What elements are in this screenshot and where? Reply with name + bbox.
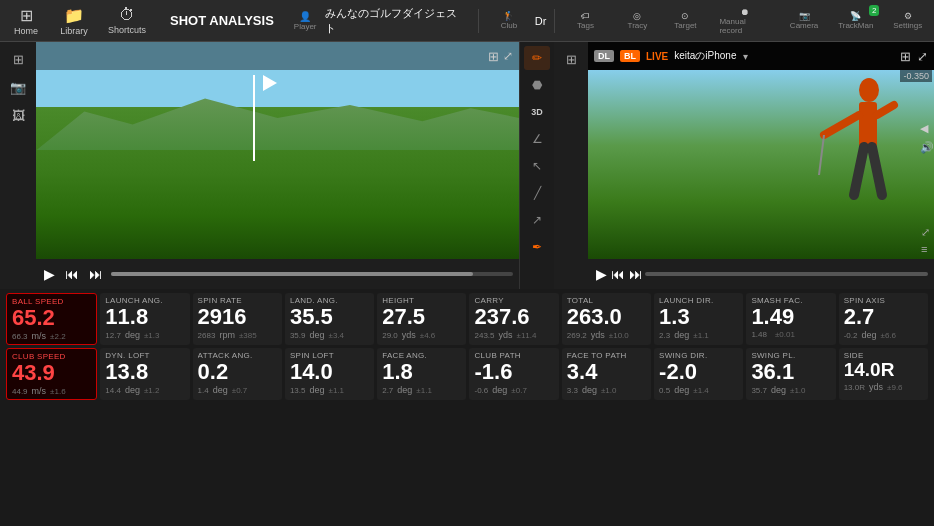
stat-swing-pl: SWING PL. 36.1 35.7 deg ±1.0 bbox=[746, 348, 835, 400]
cursor-btn[interactable]: ↖ bbox=[524, 154, 550, 178]
right-video-area: DL BL LIVE keitaのiPhone ▾ ⊞ ⤢ bbox=[588, 42, 934, 259]
settings-icon: ⚙ bbox=[904, 11, 912, 21]
flag bbox=[263, 75, 277, 91]
right-prev-btn[interactable]: ⏮ bbox=[609, 266, 627, 282]
nav-library[interactable]: 📁 Library bbox=[52, 2, 96, 40]
expand-btn[interactable]: ⤢ bbox=[503, 49, 513, 63]
bl-badge: BL bbox=[620, 50, 640, 62]
stat-club-path: CLUB PATH -1.6 -0.6 deg ±0.7 bbox=[469, 348, 558, 400]
stat-height: HEIGHT 27.5 29.0 yds ±4.6 bbox=[377, 293, 466, 345]
svg-rect-1 bbox=[859, 102, 877, 147]
nav-camera[interactable]: 📷 Camera bbox=[782, 2, 826, 40]
live-header: DL BL LIVE keitaのiPhone ▾ ⊞ ⤢ bbox=[588, 42, 934, 70]
stat-swing-dir: SWING DIR. -2.0 0.5 deg ±1.4 bbox=[654, 348, 743, 400]
live-badge: LIVE bbox=[646, 51, 668, 62]
stats-row-1: BALL SPEED 65.2 66.3 m/s ±2.2 LAUNCH ANG… bbox=[6, 293, 928, 345]
arrow-btn[interactable]: ↗ bbox=[524, 208, 550, 232]
right-grid-btn[interactable]: ⊞ bbox=[557, 46, 585, 72]
player-name: みんなのゴルフダイジェスト bbox=[321, 6, 470, 36]
svg-line-5 bbox=[872, 147, 882, 195]
time-offset: -0.350 bbox=[900, 70, 932, 82]
right-next-btn[interactable]: ⏭ bbox=[627, 266, 645, 282]
draw-btn[interactable]: ✏ bbox=[524, 46, 550, 70]
stats-row-2: CLUB SPEED 43.9 44.9 m/s ±1.6 DYN. LOFT … bbox=[6, 348, 928, 400]
player-icon: 👤 bbox=[299, 11, 311, 22]
right-side-controls: ◀ 🔊 bbox=[920, 122, 934, 154]
grid-btn[interactable]: ⊞ bbox=[4, 46, 32, 72]
progress-fill bbox=[111, 272, 473, 276]
nav-shortcuts[interactable]: ⏱ Shortcuts bbox=[100, 2, 154, 40]
center-toolbar: ✏ ⬣ 3D ∠ ↖ ╱ ↗ ✒ bbox=[520, 42, 554, 289]
settings-right-btn[interactable]: ≡ bbox=[921, 243, 930, 255]
prev-frame-button[interactable]: ⏮ bbox=[63, 266, 81, 282]
club-icon: 🏌 bbox=[503, 11, 514, 21]
nav-settings[interactable]: ⚙ Settings bbox=[885, 2, 930, 40]
nav-library-label: Library bbox=[60, 26, 88, 36]
stat-face-ang: FACE ANG. 1.8 2.7 deg ±1.1 bbox=[377, 348, 466, 400]
nav-target[interactable]: ⊙ Target bbox=[663, 2, 707, 40]
right-play-btn[interactable]: ▶ bbox=[594, 266, 609, 282]
device-name: keitaのiPhone bbox=[674, 49, 736, 63]
camera-icon: 📷 bbox=[799, 11, 810, 21]
stat-club-speed: CLUB SPEED 43.9 44.9 m/s ±1.6 bbox=[6, 348, 97, 400]
stat-launch-dir: LAUNCH DIR. 1.3 2.3 deg ±1.1 bbox=[654, 293, 743, 345]
play-button[interactable]: ▶ bbox=[42, 266, 57, 282]
stat-ball-speed-value: 65.2 bbox=[12, 306, 91, 330]
dr-label: Dr bbox=[535, 15, 547, 27]
stat-carry: CARRY 237.6 243.5 yds ±11.4 bbox=[469, 293, 558, 345]
tracy-icon: ◎ bbox=[633, 11, 641, 21]
left-video-panel: ⊞ 📷 🖼 ⊞ ⤢ ▶ ⏮ ⏭ bbox=[0, 42, 520, 289]
nav-home[interactable]: ⊞ Home bbox=[4, 2, 48, 40]
video-controls-top: ⊞ ⤢ bbox=[36, 42, 519, 70]
progress-bar[interactable] bbox=[111, 272, 513, 276]
angle-btn[interactable]: ∠ bbox=[524, 127, 550, 151]
stat-spin-loft: SPIN LOFT 14.0 13.5 deg ±1.1 bbox=[285, 348, 374, 400]
right-progress-bar[interactable] bbox=[645, 272, 928, 276]
right-playback-bar: ▶ ⏮ ⏭ bbox=[588, 259, 934, 289]
right-video-content bbox=[588, 70, 934, 259]
stat-total: TOTAL 263.0 269.2 yds ±10.0 bbox=[562, 293, 651, 345]
top-navigation: ⊞ Home 📁 Library ⏱ Shortcuts SHOT ANALYS… bbox=[0, 0, 934, 42]
tags-icon: 🏷 bbox=[581, 11, 590, 21]
target-icon: ⊙ bbox=[681, 11, 689, 21]
golf-scene bbox=[36, 42, 519, 259]
main-area: ⊞ 📷 🖼 ⊞ ⤢ ▶ ⏮ ⏭ ✏ bbox=[0, 42, 934, 289]
stat-launch-ang: LAUNCH ANG. 11.8 12.7 deg ±1.3 bbox=[100, 293, 189, 345]
four-squares-btn[interactable]: ⊞ bbox=[488, 49, 499, 64]
right-toolbar: ⊞ bbox=[554, 42, 588, 289]
stat-side: SIDE 14.0R 13.0R yds ±9.6 bbox=[839, 348, 928, 400]
left-playback-bar: ▶ ⏮ ⏭ bbox=[36, 259, 519, 289]
corner-controls: ⤢ ≡ bbox=[917, 222, 934, 259]
svg-line-6 bbox=[819, 135, 824, 175]
chevron-down-icon[interactable]: ▾ bbox=[743, 51, 748, 62]
right-expand-btn[interactable]: ⤢ bbox=[917, 49, 928, 64]
line-tool-btn[interactable]: ╱ bbox=[524, 181, 550, 205]
pencil-btn[interactable]: ✒ bbox=[524, 235, 550, 259]
nav-player[interactable]: 👤 Player bbox=[294, 11, 317, 31]
svg-point-0 bbox=[859, 78, 879, 102]
stats-section: BALL SPEED 65.2 66.3 m/s ±2.2 LAUNCH ANG… bbox=[0, 289, 934, 526]
nav-tracy[interactable]: ◎ Tracy bbox=[615, 2, 659, 40]
stat-ball-speed-sub: 66.3 bbox=[12, 332, 28, 341]
right-four-squares-btn[interactable]: ⊞ bbox=[900, 49, 911, 64]
stat-attack-ang: ATTACK ANG. 0.2 1.4 deg ±0.7 bbox=[193, 348, 282, 400]
scroll-up-btn[interactable]: ◀ bbox=[920, 122, 934, 135]
svg-line-3 bbox=[877, 105, 894, 115]
nav-club[interactable]: 🏌 Club bbox=[487, 2, 531, 40]
next-frame-button[interactable]: ⏭ bbox=[87, 266, 105, 282]
stat-ball-speed-meta: 66.3 m/s ±2.2 bbox=[12, 331, 91, 341]
mountain-background bbox=[36, 85, 519, 150]
left-toolbar: ⊞ 📷 🖼 bbox=[0, 42, 36, 289]
camera-tool-btn[interactable]: 📷 bbox=[4, 74, 32, 100]
nav-manual-record[interactable]: ⏺ Manual record bbox=[711, 2, 778, 40]
trackman-badge: 2 bbox=[869, 5, 879, 16]
volume-icon[interactable]: 🔊 bbox=[920, 141, 934, 154]
text-3d-btn[interactable]: 3D bbox=[524, 100, 550, 124]
image-btn[interactable]: 🖼 bbox=[4, 102, 32, 128]
nav-tags[interactable]: 🏷 Tags bbox=[563, 2, 607, 40]
right-video-panel: ⊞ DL BL LIVE keitaのiPhone ▾ ⊞ ⤢ bbox=[554, 42, 934, 289]
expand-corner-btn[interactable]: ⤢ bbox=[921, 226, 930, 239]
draw-line-btn[interactable]: ⬣ bbox=[524, 73, 550, 97]
home-icon: ⊞ bbox=[20, 6, 33, 25]
stat-spin-rate: SPIN RATE 2916 2683 rpm ±385 bbox=[193, 293, 282, 345]
